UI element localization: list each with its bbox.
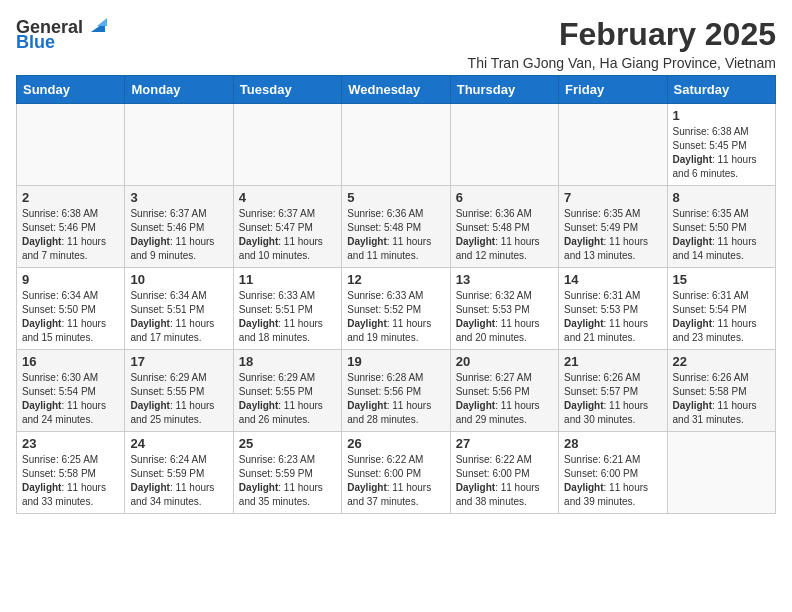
weekday-header-thursday: Thursday	[450, 76, 558, 104]
day-number: 23	[22, 436, 119, 451]
day-number: 25	[239, 436, 336, 451]
calendar-cell: 3Sunrise: 6:37 AMSunset: 5:46 PMDaylight…	[125, 186, 233, 268]
day-number: 17	[130, 354, 227, 369]
day-number: 21	[564, 354, 661, 369]
day-number: 27	[456, 436, 553, 451]
calendar-cell: 7Sunrise: 6:35 AMSunset: 5:49 PMDaylight…	[559, 186, 667, 268]
cell-info: Sunrise: 6:38 AMSunset: 5:45 PMDaylight:…	[673, 125, 770, 181]
cell-info: Sunrise: 6:31 AMSunset: 5:53 PMDaylight:…	[564, 289, 661, 345]
calendar-cell: 19Sunrise: 6:28 AMSunset: 5:56 PMDayligh…	[342, 350, 450, 432]
cell-info: Sunrise: 6:22 AMSunset: 6:00 PMDaylight:…	[456, 453, 553, 509]
calendar-cell: 16Sunrise: 6:30 AMSunset: 5:54 PMDayligh…	[17, 350, 125, 432]
cell-info: Sunrise: 6:37 AMSunset: 5:47 PMDaylight:…	[239, 207, 336, 263]
calendar-cell: 22Sunrise: 6:26 AMSunset: 5:58 PMDayligh…	[667, 350, 775, 432]
cell-info: Sunrise: 6:21 AMSunset: 6:00 PMDaylight:…	[564, 453, 661, 509]
cell-info: Sunrise: 6:24 AMSunset: 5:59 PMDaylight:…	[130, 453, 227, 509]
calendar-cell: 10Sunrise: 6:34 AMSunset: 5:51 PMDayligh…	[125, 268, 233, 350]
calendar-week-row: 1Sunrise: 6:38 AMSunset: 5:45 PMDaylight…	[17, 104, 776, 186]
weekday-header-tuesday: Tuesday	[233, 76, 341, 104]
weekday-header-wednesday: Wednesday	[342, 76, 450, 104]
calendar-cell: 21Sunrise: 6:26 AMSunset: 5:57 PMDayligh…	[559, 350, 667, 432]
cell-info: Sunrise: 6:28 AMSunset: 5:56 PMDaylight:…	[347, 371, 444, 427]
cell-info: Sunrise: 6:26 AMSunset: 5:57 PMDaylight:…	[564, 371, 661, 427]
calendar-cell	[667, 432, 775, 514]
day-number: 10	[130, 272, 227, 287]
calendar-cell: 14Sunrise: 6:31 AMSunset: 5:53 PMDayligh…	[559, 268, 667, 350]
calendar-cell	[559, 104, 667, 186]
calendar-cell: 11Sunrise: 6:33 AMSunset: 5:51 PMDayligh…	[233, 268, 341, 350]
calendar-cell	[233, 104, 341, 186]
calendar-cell: 12Sunrise: 6:33 AMSunset: 5:52 PMDayligh…	[342, 268, 450, 350]
calendar-cell: 4Sunrise: 6:37 AMSunset: 5:47 PMDaylight…	[233, 186, 341, 268]
calendar-cell: 17Sunrise: 6:29 AMSunset: 5:55 PMDayligh…	[125, 350, 233, 432]
cell-info: Sunrise: 6:30 AMSunset: 5:54 PMDaylight:…	[22, 371, 119, 427]
day-number: 13	[456, 272, 553, 287]
calendar-cell	[342, 104, 450, 186]
day-number: 28	[564, 436, 661, 451]
day-number: 6	[456, 190, 553, 205]
calendar-cell	[450, 104, 558, 186]
day-number: 1	[673, 108, 770, 123]
weekday-header-monday: Monday	[125, 76, 233, 104]
weekday-header-friday: Friday	[559, 76, 667, 104]
logo-blue-text: Blue	[16, 32, 55, 53]
day-number: 12	[347, 272, 444, 287]
calendar-cell: 25Sunrise: 6:23 AMSunset: 5:59 PMDayligh…	[233, 432, 341, 514]
cell-info: Sunrise: 6:38 AMSunset: 5:46 PMDaylight:…	[22, 207, 119, 263]
month-title: February 2025	[468, 16, 776, 53]
day-number: 16	[22, 354, 119, 369]
day-number: 22	[673, 354, 770, 369]
calendar-cell: 18Sunrise: 6:29 AMSunset: 5:55 PMDayligh…	[233, 350, 341, 432]
calendar-week-row: 23Sunrise: 6:25 AMSunset: 5:58 PMDayligh…	[17, 432, 776, 514]
weekday-header-sunday: Sunday	[17, 76, 125, 104]
calendar-cell: 20Sunrise: 6:27 AMSunset: 5:56 PMDayligh…	[450, 350, 558, 432]
cell-info: Sunrise: 6:26 AMSunset: 5:58 PMDaylight:…	[673, 371, 770, 427]
day-number: 24	[130, 436, 227, 451]
calendar-week-row: 2Sunrise: 6:38 AMSunset: 5:46 PMDaylight…	[17, 186, 776, 268]
cell-info: Sunrise: 6:29 AMSunset: 5:55 PMDaylight:…	[130, 371, 227, 427]
day-number: 20	[456, 354, 553, 369]
weekday-header-saturday: Saturday	[667, 76, 775, 104]
cell-info: Sunrise: 6:29 AMSunset: 5:55 PMDaylight:…	[239, 371, 336, 427]
day-number: 18	[239, 354, 336, 369]
cell-info: Sunrise: 6:37 AMSunset: 5:46 PMDaylight:…	[130, 207, 227, 263]
calendar-cell	[125, 104, 233, 186]
day-number: 8	[673, 190, 770, 205]
day-number: 5	[347, 190, 444, 205]
cell-info: Sunrise: 6:31 AMSunset: 5:54 PMDaylight:…	[673, 289, 770, 345]
day-number: 19	[347, 354, 444, 369]
cell-info: Sunrise: 6:36 AMSunset: 5:48 PMDaylight:…	[347, 207, 444, 263]
cell-info: Sunrise: 6:32 AMSunset: 5:53 PMDaylight:…	[456, 289, 553, 345]
cell-info: Sunrise: 6:23 AMSunset: 5:59 PMDaylight:…	[239, 453, 336, 509]
svg-marker-1	[97, 18, 107, 26]
day-number: 26	[347, 436, 444, 451]
calendar-cell: 5Sunrise: 6:36 AMSunset: 5:48 PMDaylight…	[342, 186, 450, 268]
calendar-cell: 27Sunrise: 6:22 AMSunset: 6:00 PMDayligh…	[450, 432, 558, 514]
calendar-cell: 23Sunrise: 6:25 AMSunset: 5:58 PMDayligh…	[17, 432, 125, 514]
cell-info: Sunrise: 6:33 AMSunset: 5:52 PMDaylight:…	[347, 289, 444, 345]
day-number: 2	[22, 190, 119, 205]
calendar-cell: 15Sunrise: 6:31 AMSunset: 5:54 PMDayligh…	[667, 268, 775, 350]
cell-info: Sunrise: 6:34 AMSunset: 5:50 PMDaylight:…	[22, 289, 119, 345]
page-header: General Blue February 2025 Thi Tran GJon…	[16, 16, 776, 71]
day-number: 9	[22, 272, 119, 287]
day-number: 7	[564, 190, 661, 205]
cell-info: Sunrise: 6:34 AMSunset: 5:51 PMDaylight:…	[130, 289, 227, 345]
day-number: 4	[239, 190, 336, 205]
calendar-week-row: 9Sunrise: 6:34 AMSunset: 5:50 PMDaylight…	[17, 268, 776, 350]
day-number: 14	[564, 272, 661, 287]
cell-info: Sunrise: 6:27 AMSunset: 5:56 PMDaylight:…	[456, 371, 553, 427]
day-number: 15	[673, 272, 770, 287]
title-block: February 2025 Thi Tran GJong Van, Ha Gia…	[468, 16, 776, 71]
calendar-cell	[17, 104, 125, 186]
cell-info: Sunrise: 6:25 AMSunset: 5:58 PMDaylight:…	[22, 453, 119, 509]
cell-info: Sunrise: 6:33 AMSunset: 5:51 PMDaylight:…	[239, 289, 336, 345]
logo: General Blue	[16, 16, 111, 53]
cell-info: Sunrise: 6:22 AMSunset: 6:00 PMDaylight:…	[347, 453, 444, 509]
cell-info: Sunrise: 6:36 AMSunset: 5:48 PMDaylight:…	[456, 207, 553, 263]
location-title: Thi Tran GJong Van, Ha Giang Province, V…	[468, 55, 776, 71]
day-number: 11	[239, 272, 336, 287]
calendar-cell: 1Sunrise: 6:38 AMSunset: 5:45 PMDaylight…	[667, 104, 775, 186]
calendar-cell: 24Sunrise: 6:24 AMSunset: 5:59 PMDayligh…	[125, 432, 233, 514]
calendar-cell: 2Sunrise: 6:38 AMSunset: 5:46 PMDaylight…	[17, 186, 125, 268]
